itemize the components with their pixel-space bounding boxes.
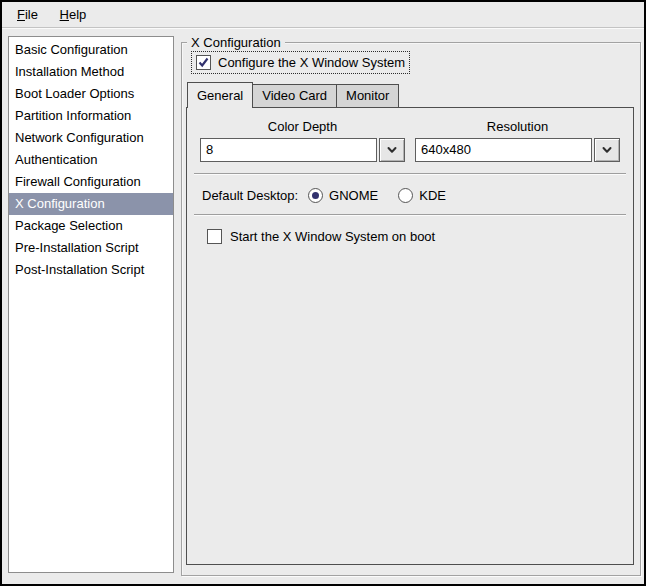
radio-option-kde[interactable]: KDE	[398, 188, 446, 203]
general-tab-page: Color Depth 8 Resolut	[186, 107, 634, 565]
sidebar-item-authentication[interactable]: Authentication	[9, 149, 173, 171]
menu-file[interactable]: File	[8, 4, 47, 25]
sidebar-item-partition-information[interactable]: Partition Information	[9, 105, 173, 127]
resolution-dropdown-button[interactable]	[594, 138, 620, 162]
kde-radio-button[interactable]	[398, 188, 413, 203]
gnome-radio-label: GNOME	[329, 188, 378, 203]
kde-radio-label: KDE	[419, 188, 446, 203]
sidebar-item-pre-installation-script[interactable]: Pre-Installation Script	[9, 237, 173, 259]
default-desktop-row: Default Desktop: GNOME KDE	[202, 188, 620, 203]
tab-bar: General Video Card Monitor	[186, 81, 634, 107]
sidebar-item-post-installation-script[interactable]: Post-Installation Script	[9, 259, 173, 281]
sidebar-item-x-configuration[interactable]: X Configuration	[9, 193, 173, 215]
color-depth-label: Color Depth	[200, 119, 405, 134]
separator	[194, 173, 626, 175]
separator	[194, 214, 626, 216]
frame-title: X Configuration	[187, 34, 285, 51]
menu-help[interactable]: Help	[51, 4, 96, 25]
resolution-value[interactable]: 640x480	[415, 138, 592, 162]
display-settings-row: Color Depth 8 Resolut	[200, 119, 620, 162]
tab-monitor[interactable]: Monitor	[336, 84, 399, 107]
sidebar-item-basic-configuration[interactable]: Basic Configuration	[9, 39, 173, 61]
kickstart-configurator-window: File Help Basic Configuration Installati…	[0, 0, 646, 586]
configure-x-row[interactable]: Configure the X Window System	[191, 51, 410, 74]
color-depth-column: Color Depth 8	[200, 119, 405, 162]
configure-x-checkbox[interactable]	[196, 55, 211, 70]
x-config-notebook: General Video Card Monitor Color Depth 8	[186, 81, 634, 565]
start-on-boot-label: Start the X Window System on boot	[230, 229, 435, 244]
start-on-boot-row[interactable]: Start the X Window System on boot	[207, 229, 620, 244]
sidebar-item-installation-method[interactable]: Installation Method	[9, 61, 173, 83]
radio-option-gnome[interactable]: GNOME	[308, 188, 378, 203]
default-desktop-label: Default Desktop:	[202, 188, 298, 203]
configure-x-label: Configure the X Window System	[218, 55, 405, 70]
menu-bar: File Help	[2, 2, 644, 28]
chevron-down-icon	[387, 146, 397, 154]
resolution-combobox[interactable]: 640x480	[415, 138, 620, 162]
tab-video-card[interactable]: Video Card	[252, 84, 337, 107]
chevron-down-icon	[602, 146, 612, 154]
resolution-label: Resolution	[415, 119, 620, 134]
color-depth-value[interactable]: 8	[200, 138, 377, 162]
resolution-column: Resolution 640x480	[415, 119, 620, 162]
sidebar-item-firewall-configuration[interactable]: Firewall Configuration	[9, 171, 173, 193]
start-on-boot-checkbox[interactable]	[207, 229, 222, 244]
gnome-radio-button[interactable]	[308, 188, 323, 203]
color-depth-combobox[interactable]: 8	[200, 138, 405, 162]
sidebar-item-network-configuration[interactable]: Network Configuration	[9, 127, 173, 149]
sidebar-item-boot-loader-options[interactable]: Boot Loader Options	[9, 83, 173, 105]
desktop-radio-group: GNOME KDE	[308, 188, 446, 203]
category-list: Basic Configuration Installation Method …	[8, 36, 174, 573]
x-configuration-frame: X Configuration Configure the X Window S…	[181, 42, 641, 576]
check-icon	[198, 57, 209, 68]
color-depth-dropdown-button[interactable]	[379, 138, 405, 162]
tab-general[interactable]: General	[187, 82, 253, 108]
sidebar-item-package-selection[interactable]: Package Selection	[9, 215, 173, 237]
